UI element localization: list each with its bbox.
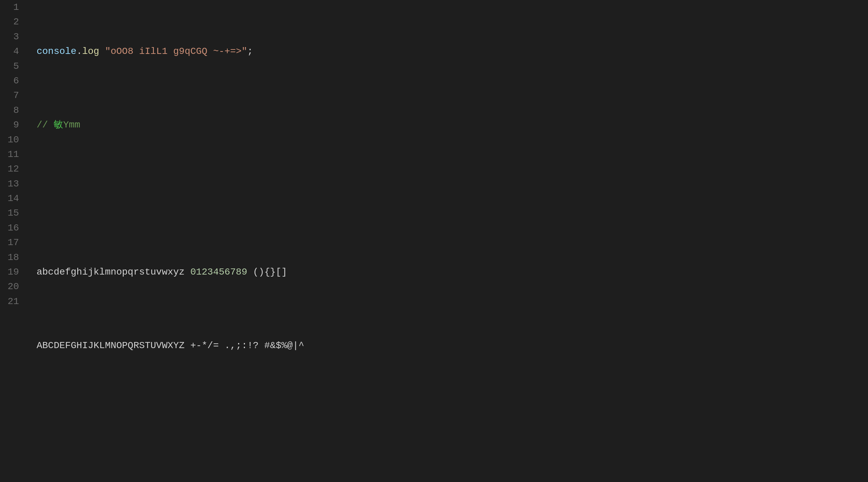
line-numbers: 1 2 3 4 5 6 7 8 9 10 11 12 13 14 15 16 1… bbox=[0, 0, 27, 482]
code-line-2: // 敏Ymm bbox=[37, 118, 868, 132]
code-line-6 bbox=[37, 412, 868, 426]
code-line-4: abcdefghijklmnopqrstuvwxyz 0123456789 ()… bbox=[37, 265, 868, 279]
code-line-1: console.log "oOO8 iIlL1 g9qCGQ ~-+=>"; bbox=[37, 44, 868, 59]
code-area[interactable]: console.log "oOO8 iIlL1 g9qCGQ ~-+=>"; /… bbox=[27, 0, 868, 482]
code-line-5: ABCDEFGHIJKLMNOPQRSTUVWXYZ +-*/= .,;:!? … bbox=[37, 338, 868, 353]
code-line-3 bbox=[37, 191, 868, 206]
